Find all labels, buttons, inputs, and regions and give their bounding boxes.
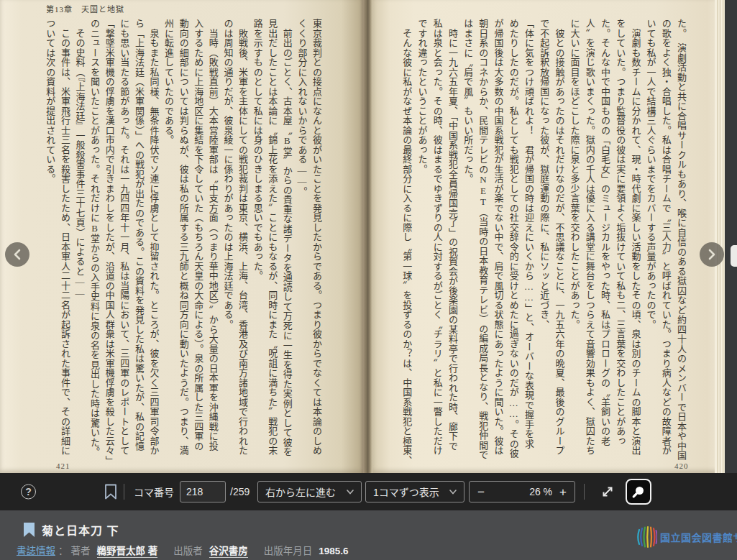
- text-column: に大いに面目をほどこした際に泉と多少言葉を交わしたことがあった。: [567, 19, 582, 467]
- pubdate-label: 出版年月日: [264, 543, 313, 557]
- text-column: 前出のごとく、古本屋〝B堂〟からの貴重な諸データを通読して万死に一生を得た実例と…: [279, 19, 294, 467]
- text-column: 朝日系のコネからか、民間テレビのNET（当時の日本教育テレビ）の編成局長となり、…: [475, 19, 490, 467]
- author-label: 著者: [71, 543, 91, 557]
- text-column: が帰国後は大多数の中国系戦犯が生活が楽でない中で、肩で風切る状態にあったように聞…: [490, 19, 505, 467]
- text-column: 見出だしたことは本論に〝錦上花を添えた〟ことにもなるが、同時にまた〝呪詛に満ちた…: [265, 19, 280, 467]
- publisher-label: 出版者: [173, 543, 203, 557]
- bookmark-icon[interactable]: [104, 484, 117, 500]
- display-mode-value: 1コマずつ表示: [373, 485, 439, 499]
- author-link[interactable]: 鵜野晋太郎 著: [97, 543, 158, 558]
- text-column: をしていた。つまり監督役の彼は実に要領よく垢抜けていて私も二、三言葉を交わしたこ…: [613, 19, 628, 467]
- text-column: 動向の細部については判らぬが、彼は私の所属する三九師と概ね同方向に動いたようだ。…: [175, 19, 191, 467]
- publisher-link[interactable]: 谷沢書房: [209, 543, 248, 558]
- frame-number-label: コマ番号: [134, 485, 174, 499]
- text-column: 彼との接触があったのはそれだけなのだが、不思議なことに、一九五六年の晩夏、最後の…: [551, 19, 567, 467]
- colon: ：: [58, 543, 68, 557]
- biblio-info-link[interactable]: 書誌情報: [17, 543, 55, 557]
- text-column: た。 演劇活動と共に合唱サークルもあり、喉に自信のある獄囚など約四十人のメンバー…: [674, 19, 689, 467]
- magnifier-icon: [631, 485, 646, 499]
- chevron-down-icon: [347, 488, 354, 495]
- page-stack-edges: [715, 0, 725, 473]
- chapter-header: 第13章 天国と地獄: [46, 3, 124, 14]
- text-column: た。そんな中で中国ものの「白毛女」のミュージカルをやった時、私はプロローグの〝羊…: [598, 19, 613, 467]
- ndl-logo-text: 国立国会図書館サ: [660, 530, 737, 544]
- text-column: ついては次の資料が提出されている。: [42, 19, 58, 467]
- left-page-text: 東京裁判との接点になんと彼がいたことを発見したからである。つまり彼からでなくては…: [42, 19, 324, 467]
- text-column: 入するために上海地区に集結を下令していた（もちろん天皇の大命による）。泉の所属し…: [191, 19, 206, 467]
- right-page-text: た。 演劇活動と共に合唱サークルもあり、喉に自信のある獄囚など約四十人のメンバー…: [398, 19, 689, 467]
- frame-total: /259: [230, 486, 250, 497]
- ndl-logo-icon: [636, 525, 657, 549]
- text-column: 東京裁判との接点になんと彼がいたことを発見したからである。つまり彼からでなくては…: [308, 19, 324, 467]
- toolbar-separator: [124, 484, 124, 500]
- text-column: そんな彼に私がなぜ本論の最終部分に入るに際し〝第一球〟を投ずるのか？は、中国系戦…: [399, 19, 414, 467]
- text-column: 私は泉と会った。その時、彼はまるでゆきずりの人に対するがごとく〝チラリ〟と私に一…: [430, 19, 445, 467]
- magnifier-toggle-button[interactable]: [626, 479, 651, 505]
- chevron-right-icon: [707, 249, 717, 260]
- text-column: 人〟を演じ歌いまくった。獄内の千人は優に入る講堂に舞台をしつらえて音響効果もよく…: [582, 19, 598, 467]
- text-column: ですれ違ったということがあった。: [414, 19, 429, 467]
- text-column: にも思い当たる節があった。それは一九四四年十一月、私は当陽において、三四軍のレポ…: [116, 19, 132, 467]
- chevron-left-icon: [12, 249, 22, 260]
- text-column: 時に一九六五年夏、「中国系戦犯全員帰国完了」の祝賀会が後楽園の某料亭で行われた時…: [445, 19, 460, 467]
- viewer-toolbar: ? コマ番号 /259 右から左に進む 1コマずつ表示 − 26 % +: [0, 473, 737, 510]
- zoom-level: 26 %: [529, 486, 552, 497]
- book-binding: [363, 0, 372, 473]
- text-column: の歌をよく独・合唱した。私は合唱チームで〝三人力〟と呼ばれていた。つまり病人など…: [659, 19, 674, 467]
- text-column: のニュースを聞いたことがあった。それだけにB堂からの入手史料に泉の名を見出した時…: [87, 19, 102, 467]
- frame-number-input[interactable]: [180, 481, 226, 502]
- book-title: 菊と日本刀 下: [42, 521, 119, 538]
- text-column: この事件は、米軍飛行士三名を殺害したため、日本軍人二十二名が起訴された事件で、そ…: [57, 19, 72, 467]
- text-column: 「撃墜米軍機の俘虜を漢口市内で引きまわしをしたが、沿道の中国人群衆は米軍機俘虜を…: [101, 19, 116, 467]
- zoom-out-button[interactable]: −: [477, 486, 485, 498]
- toolbar-separator: [584, 484, 585, 500]
- text-column: 当時（敗戦直前）大本営陸軍部は〝中支方面（つまり華中地区）〟から大量の日本軍を沖…: [205, 19, 220, 467]
- text-column: いても私が一人で結構三人ぐらいまでをカバーする声量があったので。: [643, 19, 658, 467]
- page-direction-value: 右から左に進む: [265, 485, 336, 499]
- zoom-in-button[interactable]: +: [559, 486, 567, 498]
- text-column: 「体に気をつけ頑ばれよ！ 君が帰国の時は迎えにいくから……」と、オーバーな表現で…: [521, 19, 536, 467]
- previous-page-button[interactable]: [5, 242, 29, 267]
- footer-bar: 菊と日本刀 下 書誌情報 ： 著者 鵜野晋太郎 著 出版者 谷沢書房 出版年月日…: [0, 510, 737, 560]
- text-column: 州に転進していたのである。: [160, 19, 175, 467]
- next-page-button[interactable]: [700, 242, 724, 267]
- bookmark-icon: [24, 523, 35, 537]
- page-number-right: 420: [674, 462, 689, 470]
- text-column: くくり部分に入れないからである――。: [294, 19, 309, 467]
- text-column: はまさに〝肩で風〟もいい所だった。: [460, 19, 475, 467]
- side-panel-rail: [725, 0, 737, 473]
- text-column: 路を示すものとして私には身のひきしまる思いでもあった。: [250, 19, 265, 467]
- chevron-down-icon: [449, 488, 457, 495]
- pubdate-value: 1985.6: [319, 546, 348, 556]
- text-column: 泉もまた私同様、無条件降伏でソ連に俘虜として抑留された。ところが、彼を欠く三四軍…: [146, 19, 161, 467]
- text-column: ら「上海法廷（米軍関係）」への戦犯が出たのである。この資料を発見した私は驚いたが…: [131, 19, 146, 467]
- help-icon[interactable]: ?: [21, 485, 36, 500]
- panel-handle[interactable]: [731, 245, 737, 267]
- text-column: 演劇も数チームに分かれて、現・時代劇に楽しい活動をしたその頃、泉は別のチームの脚…: [628, 19, 643, 467]
- zoom-control: − 26 % +: [469, 481, 575, 502]
- text-column: で不起訴釈放帰国になった彼が、獄庭運動の際に、私にソッと近づき、: [536, 19, 551, 467]
- display-mode-select[interactable]: 1コマずつ表示: [365, 481, 464, 502]
- ndl-logo-link[interactable]: 国立国会図書館サ: [636, 525, 737, 549]
- text-column: その史料（『上海法廷』一般殺害事件三十七頁）によると――: [72, 19, 87, 467]
- text-column: 敗戦後、米軍を主体にしての戦犯裁判は東京、横浜、上海、台湾、香港及び南方諸地域で…: [234, 19, 250, 467]
- page-direction-select[interactable]: 右から左に進む: [257, 481, 362, 502]
- fullscreen-icon[interactable]: [600, 484, 615, 500]
- page-number-left: 421: [56, 462, 70, 470]
- text-column: のは周知の通りだが、彼泉綾一に係わりがあったのは上海法廷である。: [220, 19, 235, 467]
- text-column: めたりしたのだが。私としても戦犯としての社交辞令的に受けとめたに過ぎないのだが……: [506, 19, 521, 467]
- book-viewer-canvas[interactable]: 第13章 天国と地獄 東京裁判との接点になんと彼がいたことを発見したからである。…: [0, 0, 737, 473]
